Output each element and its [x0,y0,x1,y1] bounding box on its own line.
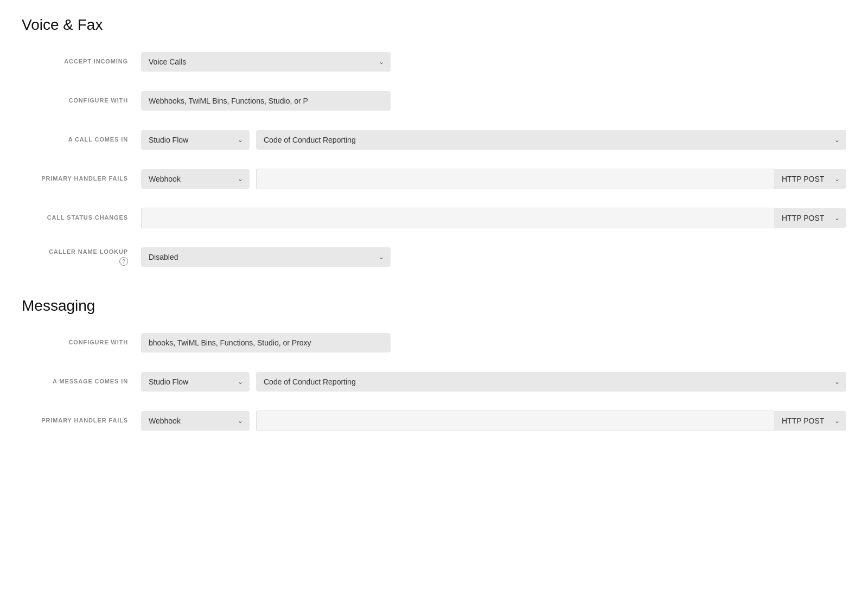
messaging-section: Messaging CONFIGURE WITH bhooks, TwiML B… [22,297,846,434]
accept-incoming-controls: Voice Calls Fax Voice Calls & Fax ⌄ [141,52,846,72]
caller-name-lookup-select-wrapper: Disabled Enabled ⌄ [141,247,391,267]
voice-configure-with-row: CONFIGURE WITH Webhooks, TwiML Bins, Fun… [22,88,846,114]
caller-name-lookup-help-icon[interactable]: ? [119,257,128,266]
message-comes-in-flow-select[interactable]: Code of Conduct Reporting [256,372,846,392]
accept-incoming-select-wrapper: Voice Calls Fax Voice Calls & Fax ⌄ [141,52,391,72]
voice-configure-with-label: CONFIGURE WITH [22,97,141,105]
voice-primary-handler-type-wrapper: Webhook Studio Flow TwiML Bin Function ⌄ [141,169,250,189]
caller-name-lookup-label: CALLER NAME LOOKUP [49,248,128,255]
call-status-changes-method-select[interactable]: HTTP POST HTTP GET [774,208,846,228]
call-comes-in-controls: Studio Flow Webhook TwiML Bin Function ⌄… [141,130,846,150]
voice-primary-handler-label: PRIMARY HANDLER FAILS [22,175,141,183]
call-status-changes-row: CALL STATUS CHANGES HTTP POST HTTP GET ⌄ [22,205,846,231]
voice-configure-with-controls: Webhooks, TwiML Bins, Functions, Studio,… [141,91,846,111]
message-comes-in-controls: Studio Flow Webhook TwiML Bin Function ⌄… [141,372,846,392]
msg-primary-handler-input-group: HTTP POST HTTP GET ⌄ [256,411,846,431]
voice-primary-handler-method-select[interactable]: HTTP POST HTTP GET [774,169,846,189]
caller-name-lookup-controls: Disabled Enabled ⌄ [141,247,846,267]
message-comes-in-type-wrapper: Studio Flow Webhook TwiML Bin Function ⌄ [141,372,250,392]
accept-incoming-row: ACCEPT INCOMING Voice Calls Fax Voice Ca… [22,49,846,75]
voice-primary-handler-row: PRIMARY HANDLER FAILS Webhook Studio Flo… [22,166,846,192]
call-comes-in-type-select[interactable]: Studio Flow Webhook TwiML Bin Function [141,130,250,150]
msg-configure-with-display[interactable]: bhooks, TwiML Bins, Functions, Studio, o… [141,333,391,353]
call-status-changes-controls: HTTP POST HTTP GET ⌄ [141,208,846,228]
msg-primary-handler-url-input[interactable] [256,411,774,431]
message-comes-in-row: A MESSAGE COMES IN Studio Flow Webhook T… [22,369,846,395]
voice-fax-title: Voice & Fax [22,16,846,34]
caller-name-lookup-label-group: CALLER NAME LOOKUP ? [22,248,141,266]
voice-primary-handler-controls: Webhook Studio Flow TwiML Bin Function ⌄… [141,169,846,189]
msg-primary-handler-row: PRIMARY HANDLER FAILS Webhook Studio Flo… [22,408,846,434]
messaging-title: Messaging [22,297,846,315]
call-status-changes-url-input[interactable] [141,208,774,228]
call-comes-in-flow-select[interactable]: Code of Conduct Reporting [256,130,846,150]
voice-primary-handler-method-wrapper: HTTP POST HTTP GET ⌄ [774,169,846,189]
msg-primary-handler-label: PRIMARY HANDLER FAILS [22,416,141,425]
msg-configure-with-controls: bhooks, TwiML Bins, Functions, Studio, o… [141,333,846,353]
msg-primary-handler-method-wrapper: HTTP POST HTTP GET ⌄ [774,411,846,431]
message-comes-in-label: A MESSAGE COMES IN [22,377,141,386]
message-comes-in-type-select[interactable]: Studio Flow Webhook TwiML Bin Function [141,372,250,392]
msg-primary-handler-type-select[interactable]: Webhook Studio Flow TwiML Bin Function [141,411,250,431]
msg-configure-with-row: CONFIGURE WITH bhooks, TwiML Bins, Funct… [22,330,846,356]
voice-primary-handler-type-select[interactable]: Webhook Studio Flow TwiML Bin Function [141,169,250,189]
accept-incoming-label: ACCEPT INCOMING [22,57,141,66]
call-status-changes-input-group: HTTP POST HTTP GET ⌄ [141,208,846,228]
msg-configure-with-label: CONFIGURE WITH [22,338,141,347]
caller-name-lookup-select[interactable]: Disabled Enabled [141,247,391,267]
voice-configure-with-display[interactable]: Webhooks, TwiML Bins, Functions, Studio,… [141,91,391,111]
call-comes-in-flow-wrapper: Code of Conduct Reporting ⌄ [256,130,846,150]
msg-primary-handler-method-select[interactable]: HTTP POST HTTP GET [774,411,846,431]
call-comes-in-label: A CALL COMES IN [22,136,141,144]
voice-fax-section: Voice & Fax ACCEPT INCOMING Voice Calls … [22,16,846,270]
voice-primary-handler-url-input[interactable] [256,169,774,189]
message-comes-in-flow-wrapper: Code of Conduct Reporting ⌄ [256,372,846,392]
call-status-changes-method-wrapper: HTTP POST HTTP GET ⌄ [774,208,846,228]
msg-primary-handler-type-wrapper: Webhook Studio Flow TwiML Bin Function ⌄ [141,411,250,431]
accept-incoming-select[interactable]: Voice Calls Fax Voice Calls & Fax [141,52,391,72]
caller-name-lookup-row: CALLER NAME LOOKUP ? Disabled Enabled ⌄ [22,244,846,270]
msg-primary-handler-controls: Webhook Studio Flow TwiML Bin Function ⌄… [141,411,846,431]
call-comes-in-row: A CALL COMES IN Studio Flow Webhook TwiM… [22,127,846,153]
call-status-changes-label: CALL STATUS CHANGES [22,214,141,222]
call-comes-in-type-wrapper: Studio Flow Webhook TwiML Bin Function ⌄ [141,130,250,150]
voice-primary-handler-input-group: HTTP POST HTTP GET ⌄ [256,169,846,189]
